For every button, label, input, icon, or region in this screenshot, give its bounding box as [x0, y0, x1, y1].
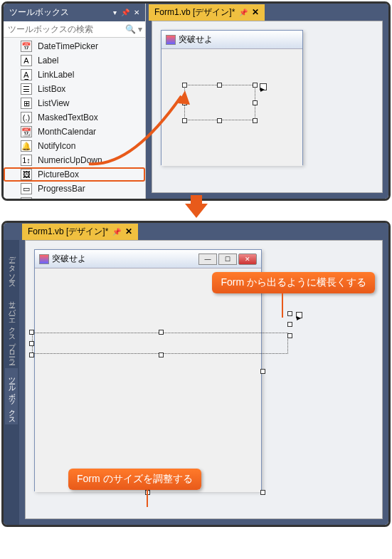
toolbox-item-radiobutton[interactable]: ◉RadioButton: [4, 196, 145, 199]
toolbox-item-linklabel[interactable]: A̲LinkLabel: [4, 68, 145, 82]
resize-handle[interactable]: [29, 330, 34, 335]
form-titlebar: 突破せよ — ☐ ✕: [35, 250, 261, 268]
resize-handle[interactable]: [182, 83, 187, 88]
toolbox-title: ツールボックス: [9, 6, 69, 19]
resize-handle[interactable]: [253, 100, 258, 105]
sidebar-tab[interactable]: サーバー エクスプローラー: [5, 292, 18, 365]
toolbox-item-icon: ◉: [21, 197, 32, 199]
form-titlebar: 突破せよ: [161, 31, 302, 49]
document-tabs: Form1.vb [デザイン]* 📌 ✕: [146, 4, 388, 21]
design-canvas[interactable]: 突破せよ — ☐ ✕: [25, 240, 383, 519]
form-icon: [166, 35, 176, 45]
toolbox-item-label: LinkLabel: [38, 70, 74, 80]
form-title-text: 突破せよ: [52, 253, 86, 265]
toolbox-item-icon: (.): [21, 112, 32, 123]
close-button[interactable]: ✕: [238, 254, 257, 265]
toolbox-item-label: PictureBox: [38, 169, 79, 179]
callout-2: Form のサイズを調整する: [68, 469, 201, 490]
picturebox-selection[interactable]: [32, 333, 288, 354]
toolbox-item-icon: 🔔: [21, 140, 32, 152]
resize-handle[interactable]: [217, 83, 222, 88]
toolbox-item-maskedtextbox[interactable]: (.)MaskedTextBox: [4, 110, 145, 125]
toolbox-item-icon: ⊞: [21, 98, 32, 109]
toolbox-item-label: DateTimePicker: [38, 41, 98, 51]
smart-tag-icon[interactable]: ▸: [260, 83, 267, 90]
form-title-text: 突破せよ: [179, 33, 213, 46]
picturebox-selection[interactable]: [184, 85, 255, 120]
search-input[interactable]: [6, 23, 125, 36]
toolbox-item-label: ListBox: [38, 84, 65, 94]
form-window[interactable]: 突破せよ ▸: [161, 30, 303, 165]
designer-area-top: Form1.vb [デザイン]* 📌 ✕ 突破せよ: [146, 4, 388, 199]
toolbox-item-label: MonthCalendar: [38, 127, 96, 137]
toolbox-item-datetimepicker[interactable]: 📅DateTimePicker: [4, 39, 145, 53]
callout-line: [147, 489, 148, 507]
sidebar-tab[interactable]: ツールボックス: [5, 368, 18, 424]
resize-handle[interactable]: [253, 118, 258, 123]
tab-label: Form1.vb [デザイン]*: [28, 226, 108, 238]
callout-1: Form から出るように横長くする: [212, 272, 375, 293]
toolbox-item-label: Label: [38, 56, 58, 66]
resize-handle[interactable]: [217, 118, 222, 123]
form-body[interactable]: ▸: [161, 49, 302, 166]
top-panel: ツールボックス ▾ 📌 ✕ 🔍 ▾ 📅DateTimePickerALabelA…: [1, 1, 391, 201]
close-icon[interactable]: ✕: [125, 226, 132, 236]
resize-handle[interactable]: [287, 311, 292, 316]
document-tabs: Form1.vb [デザイン]* 📌 ✕: [19, 223, 388, 240]
toolbox-item-listbox[interactable]: ☰ListBox: [4, 82, 145, 96]
resize-handle[interactable]: [159, 330, 164, 335]
callout-line: [282, 292, 283, 318]
toolbox-item-icon: 1↕: [21, 155, 32, 166]
toolbox-item-label: MaskedTextBox: [38, 113, 98, 122]
down-arrow-icon: [185, 204, 208, 218]
toolbox-item-label: NumericUpDown: [38, 155, 102, 165]
resize-handle[interactable]: [29, 352, 34, 357]
connector-arrow: [0, 202, 392, 219]
toolbox-item-label[interactable]: ALabel: [4, 53, 145, 68]
pin-icon[interactable]: 📌: [121, 9, 129, 16]
toolbox-item-notifyicon[interactable]: 🔔NotifyIcon: [4, 139, 145, 153]
toolbox-item-icon: 📅: [21, 41, 32, 52]
toolbox-header: ツールボックス ▾ 📌 ✕: [4, 4, 145, 21]
form-resize-handle[interactable]: [260, 369, 265, 374]
toolbox-item-icon: 📆: [21, 126, 32, 137]
search-icon[interactable]: 🔍 ▾: [125, 24, 142, 34]
sidebar-tab[interactable]: データ ソース: [5, 247, 18, 289]
bottom-panel: データ ソースサーバー エクスプローラーツールボックス Form1.vb [デザ…: [1, 221, 391, 527]
toolbox-item-icon: A̲: [21, 69, 32, 80]
resize-handle[interactable]: [29, 341, 34, 346]
dropdown-icon[interactable]: ▾: [113, 9, 117, 16]
sidebar-tabs: データ ソースサーバー エクスプローラーツールボックス: [4, 240, 19, 525]
toolbox-item-label: NotifyIcon: [38, 141, 75, 151]
form-resize-handle[interactable]: [260, 490, 265, 495]
minimize-button[interactable]: —: [198, 254, 217, 265]
toolbox-item-icon: ☰: [21, 83, 32, 95]
resize-handle[interactable]: [182, 100, 187, 105]
tab-form1[interactable]: Form1.vb [デザイン]* 📌 ✕: [149, 4, 265, 21]
toolbox-item-numericupdown[interactable]: 1↕NumericUpDown: [4, 153, 145, 167]
close-icon[interactable]: ✕: [252, 7, 259, 17]
tab-form1[interactable]: Form1.vb [デザイン]* 📌 ✕: [22, 224, 138, 240]
toolbox-search: 🔍 ▾: [4, 21, 145, 38]
toolbox-item-progressbar[interactable]: ▭ProgressBar: [4, 182, 145, 196]
toolbox-item-listview[interactable]: ⊞ListView: [4, 96, 145, 110]
maximize-button[interactable]: ☐: [218, 254, 237, 265]
toolbox-item-monthcalendar[interactable]: 📆MonthCalendar: [4, 125, 145, 139]
resize-handle[interactable]: [287, 333, 292, 338]
resize-handle[interactable]: [253, 83, 258, 88]
toolbox-item-picturebox[interactable]: 🖼PictureBox: [4, 167, 145, 182]
toolbox-item-label: ProgressBar: [38, 184, 85, 194]
design-canvas[interactable]: 突破せよ ▸: [152, 21, 383, 193]
form-icon: [39, 254, 49, 264]
resize-handle[interactable]: [182, 118, 187, 123]
smart-tag-icon[interactable]: ▸: [296, 312, 302, 318]
pin-icon[interactable]: 📌: [112, 228, 121, 236]
close-icon[interactable]: ✕: [134, 9, 139, 16]
form-body[interactable]: [35, 268, 261, 492]
resize-handle[interactable]: [159, 352, 164, 357]
toolbox-item-label: ListView: [38, 98, 69, 108]
pin-icon[interactable]: 📌: [239, 9, 248, 16]
resize-handle[interactable]: [287, 322, 292, 327]
toolbox-panel: ツールボックス ▾ 📌 ✕ 🔍 ▾ 📅DateTimePickerALabelA…: [4, 4, 146, 199]
toolbox-list: 📅DateTimePickerALabelA̲LinkLabel☰ListBox…: [4, 38, 145, 199]
